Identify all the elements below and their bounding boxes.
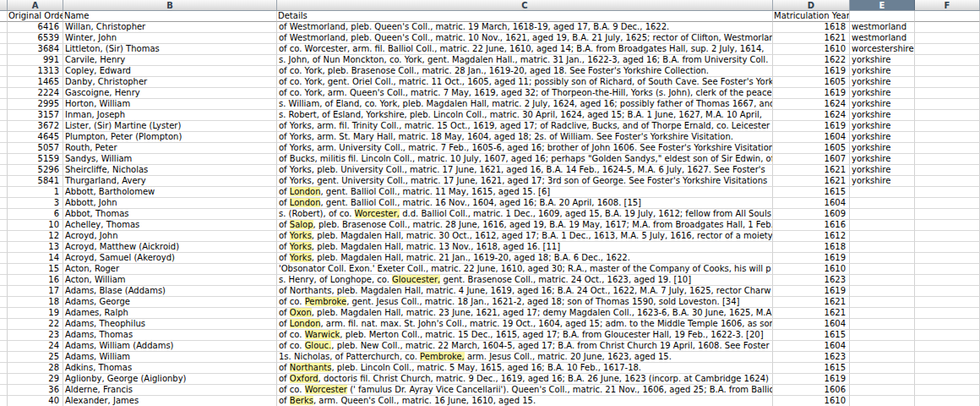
cell-name[interactable]: Alderne, Francis <box>63 385 277 396</box>
cell-details[interactable]: of co. York, arm. Queen's Coll., matric.… <box>277 88 773 99</box>
cell-county[interactable]: yorkshire <box>850 110 915 121</box>
cell-empty[interactable] <box>915 88 980 99</box>
cell-details[interactable]: of London, gent. Balliol Coll., matric. … <box>277 198 773 209</box>
cell-empty[interactable] <box>915 319 980 330</box>
cell-matriculation-year[interactable]: 1607 <box>773 154 850 165</box>
gutter-cell[interactable] <box>0 143 8 154</box>
cell-original-order[interactable]: 6539 <box>8 33 63 44</box>
cell-county[interactable] <box>850 341 915 352</box>
gutter-cell[interactable] <box>0 330 8 341</box>
cell-matriculation-year[interactable]: 1616 <box>773 220 850 231</box>
gutter-cell[interactable] <box>0 341 8 352</box>
cell-details[interactable]: s. William, of Eland, co. York, pleb. Ma… <box>277 99 773 110</box>
cell-original-order[interactable]: 15 <box>8 264 63 275</box>
cell-original-order[interactable]: 16 <box>8 275 63 286</box>
cell-empty[interactable] <box>915 99 980 110</box>
gutter-cell[interactable] <box>0 33 8 44</box>
cell-empty[interactable] <box>915 286 980 297</box>
cell-empty[interactable] <box>915 275 980 286</box>
gutter-cell[interactable] <box>0 319 8 330</box>
column-header-F[interactable]: F <box>915 0 980 10</box>
header-matriculation-year[interactable]: Matriculation Year <box>773 11 850 22</box>
cell-matriculation-year[interactable]: 1621 <box>773 297 850 308</box>
cell-empty[interactable] <box>915 374 980 385</box>
cell-empty[interactable] <box>915 231 980 242</box>
header-details[interactable]: Details <box>277 11 773 22</box>
gutter-cell[interactable] <box>0 187 8 198</box>
cell-name[interactable]: Adams, Theophilus <box>63 319 277 330</box>
cell-details[interactable]: of Yorks, pleb. Magdalen Hall, matric. 2… <box>277 253 773 264</box>
cell-matriculation-year[interactable]: 1604 <box>773 198 850 209</box>
cell-matriculation-year[interactable]: 1624 <box>773 110 850 121</box>
cell-details[interactable]: of Oxford, doctoris fil. Christ Church, … <box>277 374 773 385</box>
cell-matriculation-year[interactable]: 1604 <box>773 341 850 352</box>
cell-matriculation-year[interactable]: 1623 <box>773 275 850 286</box>
cell-original-order[interactable]: 10 <box>8 220 63 231</box>
cell-matriculation-year[interactable]: 1604 <box>773 132 850 143</box>
cell-details[interactable]: s. Henry, of Longhope, co. Gloucester, g… <box>277 275 773 286</box>
cell-details[interactable]: of Bucks, militis fil. Lincoln Coll., ma… <box>277 154 773 165</box>
cell-empty[interactable] <box>915 33 980 44</box>
cell-county[interactable] <box>850 385 915 396</box>
cell-original-order[interactable]: 991 <box>8 55 63 66</box>
cell-details[interactable]: of Yorks, arm. University Coll., matric.… <box>277 143 773 154</box>
cell-details[interactable]: of Salop, pleb. Brasenose Coll., matric.… <box>277 220 773 231</box>
cell-matriculation-year[interactable]: 1619 <box>773 253 850 264</box>
cell-original-order[interactable]: 5159 <box>8 154 63 165</box>
cell-details[interactable]: of Yorks, pleb. Magdalen Hall, matric. 1… <box>277 242 773 253</box>
cell-county[interactable] <box>850 330 915 341</box>
cell-original-order[interactable]: 5841 <box>8 176 63 187</box>
gutter-cell[interactable] <box>0 176 8 187</box>
cell-matriculation-year[interactable]: 1622 <box>773 55 850 66</box>
cell-matriculation-year[interactable]: 1619 <box>773 374 850 385</box>
cell-name[interactable]: Littleton, (Sir) Thomas <box>63 44 277 55</box>
gutter-cell[interactable] <box>0 88 8 99</box>
cell-matriculation-year[interactable]: 1619 <box>773 286 850 297</box>
cell-details[interactable]: 'Obsonator Coll. Exon.' Exeter Coll., ma… <box>277 264 773 275</box>
cell-county[interactable]: westmorland <box>850 22 915 33</box>
cell-empty[interactable] <box>915 110 980 121</box>
cell-details[interactable]: of Yorks, pleb. Magdalen Hall, matric. 3… <box>277 231 773 242</box>
cell-county[interactable] <box>850 253 915 264</box>
cell-county[interactable]: yorkshire <box>850 66 915 77</box>
cell-name[interactable]: Winter, John <box>63 33 277 44</box>
cell-details[interactable]: of co. Warwick, pleb. Merton Coll., matr… <box>277 330 773 341</box>
gutter-cell[interactable] <box>0 209 8 220</box>
cell-empty[interactable] <box>915 341 980 352</box>
cell-details[interactable]: of London, arm. fil. nat. max. St. John'… <box>277 319 773 330</box>
cell-name[interactable]: Danby, Christopher <box>63 77 277 88</box>
cell-details[interactable]: of co. Worcester (' famulus Dr. Ayray Vi… <box>277 385 773 396</box>
cell-county[interactable]: yorkshire <box>850 121 915 132</box>
cell-name[interactable]: Adams, William (Addams) <box>63 341 277 352</box>
cell-matriculation-year[interactable]: 1610 <box>773 396 850 406</box>
gutter-cell[interactable] <box>0 110 8 121</box>
cell-matriculation-year[interactable]: 1606 <box>773 385 850 396</box>
cell-original-order[interactable]: 2995 <box>8 99 63 110</box>
gutter-cell[interactable] <box>0 385 8 396</box>
gutter-cell[interactable] <box>0 286 8 297</box>
cell-county[interactable]: yorkshire <box>850 132 915 143</box>
cell-name[interactable]: Copley, Edward <box>63 66 277 77</box>
cell-empty[interactable] <box>915 396 980 406</box>
cell-name[interactable]: Acton, William <box>63 275 277 286</box>
cell-details[interactable]: of London, gent. Balliol Coll., matric. … <box>277 187 773 198</box>
cell-empty[interactable] <box>915 165 980 176</box>
cell-empty[interactable] <box>915 253 980 264</box>
gutter-cell[interactable] <box>0 154 8 165</box>
cell-original-order[interactable]: 28 <box>8 363 63 374</box>
cell-name[interactable]: Sheircliffe, Nicholas <box>63 165 277 176</box>
cell-empty[interactable] <box>915 187 980 198</box>
gutter-cell[interactable] <box>0 121 8 132</box>
cell-matriculation-year[interactable]: 1621 <box>773 33 850 44</box>
cell-matriculation-year[interactable]: 1605 <box>773 143 850 154</box>
cell-county[interactable]: yorkshire <box>850 88 915 99</box>
cell-details[interactable]: 1s. Nicholas, of Patterchurch, co. Pembr… <box>277 352 773 363</box>
cell-matriculation-year[interactable]: 1621 <box>773 176 850 187</box>
cell-empty[interactable] <box>915 308 980 319</box>
cell-empty[interactable] <box>915 220 980 231</box>
cell-original-order[interactable]: 4645 <box>8 132 63 143</box>
cell-name[interactable]: Inman, Joseph <box>63 110 277 121</box>
cell-empty[interactable] <box>915 198 980 209</box>
cell-empty[interactable] <box>915 66 980 77</box>
cell-empty[interactable] <box>915 242 980 253</box>
